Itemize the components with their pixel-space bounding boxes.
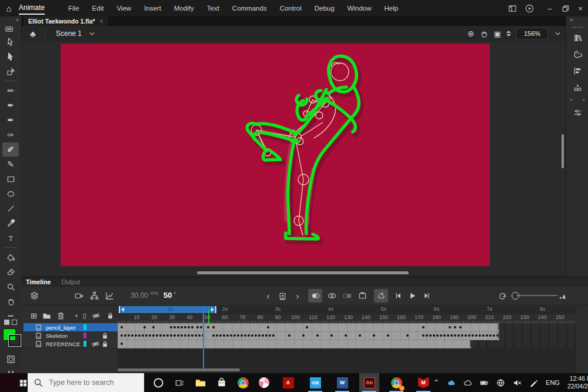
free-transform-tool[interactable] [2, 64, 19, 78]
keyframe-dot[interactable] [131, 334, 133, 337]
chrome-profile-button[interactable]: H [386, 373, 406, 392]
panel-align-icon[interactable] [569, 63, 586, 78]
keyframe-dot[interactable] [152, 326, 155, 328]
brand-menu-animate[interactable]: Animate [19, 4, 45, 14]
curvature-tool[interactable]: ✑ [2, 128, 19, 142]
keyframe-dot[interactable] [457, 334, 460, 337]
menu-text[interactable]: Text [207, 5, 219, 12]
eraser-tool[interactable] [2, 265, 19, 279]
zoom-tool[interactable] [2, 280, 19, 294]
keyframe-dot[interactable] [142, 334, 144, 337]
keyframe-dot[interactable] [156, 334, 158, 337]
taskbar-search[interactable] [28, 373, 144, 392]
new-folder-button[interactable] [42, 311, 51, 320]
rectangle-tool[interactable] [2, 172, 19, 186]
scene-breadcrumb[interactable]: Scene 1 [56, 29, 82, 38]
keyframe-dot[interactable] [170, 334, 172, 337]
timeline-horizontal-scrollbar[interactable] [118, 368, 576, 371]
keyframe-dot[interactable] [128, 334, 130, 337]
language-indicator[interactable]: ENG [546, 379, 560, 386]
keyframe-dot[interactable] [461, 334, 463, 337]
keyframe-dot[interactable] [177, 334, 179, 337]
workspace-switcher-icon[interactable] [508, 4, 517, 13]
keyframe-dot[interactable] [135, 334, 137, 337]
keyframe-dot[interactable] [124, 334, 126, 337]
subselection-tool[interactable] [2, 49, 19, 64]
search-input[interactable] [48, 378, 144, 387]
delete-layer-button[interactable] [56, 311, 65, 320]
center-frame-button[interactable] [275, 289, 289, 303]
onedrive-icon[interactable] [447, 378, 456, 387]
onion-skin-button[interactable] [308, 289, 322, 303]
keyframe-dot[interactable] [359, 334, 361, 337]
home-icon[interactable]: ⌂ [0, 4, 18, 14]
volume-muted-icon[interactable] [513, 378, 522, 387]
panel-expand-icon[interactable]: » [570, 97, 572, 102]
selection-tool[interactable] [2, 35, 19, 49]
panel-library-icon[interactable] [569, 30, 586, 45]
keyframe-dot[interactable] [233, 334, 236, 337]
line-tool[interactable] [2, 201, 19, 215]
keyframe-dot[interactable] [121, 343, 123, 345]
layer-lock-icon[interactable] [101, 340, 110, 348]
keyframe-dot[interactable] [149, 334, 151, 337]
keyframe-dot[interactable] [226, 334, 229, 337]
zoom-level-input[interactable]: 156% [516, 28, 548, 39]
keyframe-dot[interactable] [188, 326, 190, 328]
keyframe-dot[interactable] [475, 334, 477, 337]
keyframe-dot[interactable] [121, 334, 123, 337]
text-tool[interactable]: T [2, 231, 19, 245]
keyframe-dot[interactable] [255, 334, 257, 337]
start-button[interactable] [19, 373, 28, 392]
keyframe-dot[interactable] [262, 334, 264, 337]
document-tab[interactable]: Elliot Taekwondo 1.fla* × [24, 16, 108, 26]
keyframe-dot[interactable] [223, 334, 225, 337]
keyframe-dot[interactable] [345, 334, 347, 337]
keyframe-dot[interactable] [454, 326, 456, 328]
keyframe-dot[interactable] [465, 334, 467, 337]
menu-commands[interactable]: Commands [232, 5, 267, 12]
rotate-stage-hand-icon[interactable] [480, 29, 489, 38]
zoom-chevron-down-icon[interactable] [553, 29, 562, 38]
next-keyframe-button[interactable]: › [290, 289, 305, 303]
paint-brush-tool[interactable]: ✎ [2, 157, 19, 171]
keyframe-dot[interactable] [449, 326, 451, 328]
loop-end-bracket[interactable] [211, 306, 216, 313]
pen-tool[interactable]: ✒ [2, 98, 19, 112]
pink-app-button[interactable] [257, 376, 271, 390]
panels-collapse-icon[interactable]: « [566, 16, 588, 25]
highlight-layers-dot-icon[interactable]: • [75, 312, 78, 319]
tab-output[interactable]: Output [61, 278, 80, 285]
pen-settings-icon[interactable] [529, 378, 538, 387]
keyframe-dot[interactable] [429, 334, 432, 337]
keyframe-dot[interactable] [468, 334, 470, 337]
word-button[interactable]: W [332, 373, 352, 392]
frames-row-pencil_layer[interactable] [118, 323, 576, 331]
menu-debug[interactable]: Debug [315, 5, 335, 12]
keyframe-dot[interactable] [269, 334, 271, 337]
keyframe-dot[interactable] [170, 326, 172, 328]
animate-app-button[interactable]: An [359, 373, 379, 392]
timeline-zoom-knob[interactable] [512, 292, 519, 300]
lock-all-layers-icon[interactable] [106, 311, 115, 320]
onion-skin-outlines-button[interactable] [325, 289, 339, 303]
menu-file[interactable]: File [68, 5, 79, 12]
window-minimize-button[interactable]: – [542, 1, 557, 16]
playhead[interactable] [203, 306, 204, 368]
keyframe-dot[interactable] [237, 334, 239, 337]
timeline-ruler-seconds[interactable]: 1s2s3s4s5s6s7s8s [118, 305, 576, 315]
layer-color-swatch[interactable] [83, 333, 86, 338]
pencil-tool[interactable]: ✏ [2, 84, 19, 98]
hand-tool[interactable] [2, 294, 19, 308]
keyframe-dot[interactable] [306, 326, 308, 328]
keyframe-dot[interactable] [302, 334, 305, 337]
graph-editor-button[interactable] [102, 289, 116, 303]
acrobat-button[interactable]: A [278, 373, 298, 392]
keyframe-dot[interactable] [440, 334, 442, 337]
new-layer-button[interactable]: ⊞ [31, 311, 37, 320]
layer-color-swatch[interactable] [83, 341, 86, 347]
keyframe-dot[interactable] [443, 334, 446, 337]
keyframe-dot[interactable] [258, 334, 260, 337]
scene-chevron-down-icon[interactable] [88, 29, 96, 38]
stroke-color-swatch[interactable] [9, 335, 21, 346]
